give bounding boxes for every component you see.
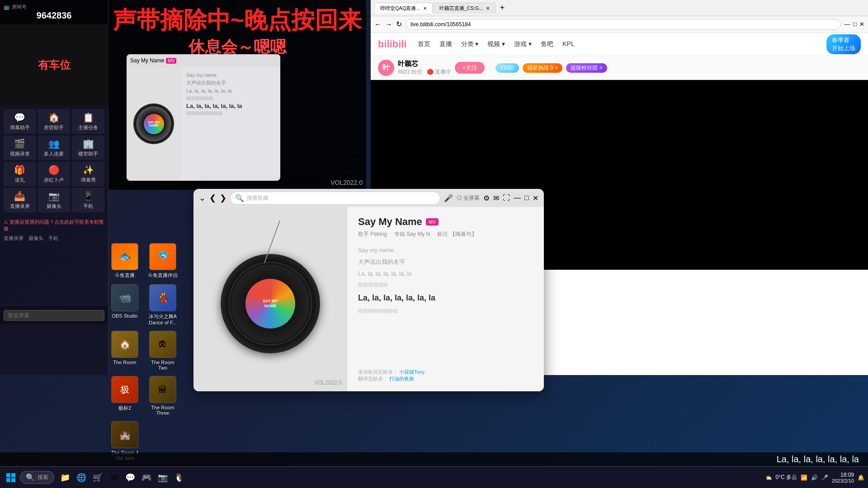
tb-wechat[interactable]: 💬: [123, 470, 137, 485]
music-search-bar[interactable]: 🔍 搜索歌曲: [230, 192, 440, 205]
tb-explorer[interactable]: 📁: [58, 470, 72, 485]
tb-mail[interactable]: ✉: [107, 470, 121, 485]
floor-label: 楼管助手: [78, 150, 98, 157]
translator-label: 翻译贡献者：: [358, 376, 388, 381]
room-number: 9642836: [4, 10, 104, 21]
window-min-btn[interactable]: —: [514, 194, 521, 202]
sidebar-btn-video[interactable]: 🎬 视频录查: [4, 136, 36, 160]
browser-tab-1[interactable]: 哔哔堂QAQ直播... ✕: [374, 3, 433, 14]
taskbar-search-bar[interactable]: 🔍 搜索: [20, 471, 54, 484]
music-tag: 标注 【嗨幕句】: [437, 230, 476, 238]
v-badge[interactable]: V同阶: [495, 63, 519, 73]
address-input[interactable]: [406, 19, 841, 30]
sidebar-btn-gift[interactable]: 🎁 送礼: [4, 162, 36, 186]
start-button[interactable]: [4, 470, 18, 485]
icon-room3[interactable]: 🏛 The Room Three: [146, 376, 179, 416]
clock-area[interactable]: 18:09 2023/2/10: [832, 472, 854, 483]
lyric-line-3-trans: 啦啦啦啦啦啦: [358, 280, 533, 290]
icon-dance[interactable]: 💃 冰与火之舞A Dance of F...: [146, 284, 179, 325]
icon-douyulive[interactable]: 🐟 斗鱼直播: [108, 243, 141, 279]
system-tray: ⛅ 0°C 多云: [765, 474, 797, 481]
sidebar-btn-multi[interactable]: 👥 多人连麦: [38, 136, 71, 160]
room-icon: 📺: [4, 4, 10, 10]
nav-category[interactable]: 分类 ▾: [461, 40, 479, 48]
mic-icon[interactable]: 🎤: [444, 194, 453, 202]
follower-count: 8923: [398, 69, 410, 75]
tb-game[interactable]: 🎮: [139, 470, 154, 485]
tb-qq[interactable]: 🐧: [172, 470, 186, 485]
tb-edge[interactable]: 🌐: [74, 470, 89, 485]
vip-badge[interactable]: 超级粉丝团 >: [566, 63, 607, 73]
contributor-label: 滚动歌词贡献者：: [358, 369, 398, 375]
small-vinyl: SAY MY NAME: [127, 67, 181, 181]
notification-icon[interactable]: 🔔: [858, 474, 864, 481]
translator-name[interactable]: 打油的夜曲: [389, 376, 414, 381]
icon-douyucompanion[interactable]: 🐬 斗鱼直播伴侣: [146, 243, 179, 279]
browser-tab-bar: 哔哔堂QAQ直播... ✕ 叶颖芯直播_CS:G... ✕ +: [371, 0, 868, 16]
taskbar-search-placeholder: 搜索: [38, 474, 48, 481]
new-tab-button[interactable]: +: [496, 1, 509, 14]
room2-thumb: 🏚: [149, 331, 176, 358]
nav-game[interactable]: 游戏 ▾: [514, 40, 532, 48]
mail-icon[interactable]: ✉: [493, 194, 499, 202]
settings-icon[interactable]: ⚙: [483, 194, 490, 202]
sidebar-btn-subscribe[interactable]: 📥 直播录屏: [4, 188, 36, 212]
room3-thumb: 🏛: [149, 376, 176, 403]
challenge-badge[interactable]: 福星挑战 0 >: [523, 63, 562, 73]
sidebar-btn-task[interactable]: 📋 主播任务: [72, 109, 104, 134]
music-dropdown-icon[interactable]: ⌄: [199, 193, 206, 203]
jibiao-thumb: 极: [111, 376, 138, 403]
left-streaming-panel: 📺 房间号 9642836 有车位 💬 弹幕助手 🏠 房管助手 📋 主播任务 🎬…: [0, 0, 108, 375]
window-max-btn[interactable]: □: [524, 194, 529, 202]
tab1-close-icon[interactable]: ✕: [423, 6, 427, 11]
refresh-button[interactable]: ↻: [396, 20, 402, 28]
icon-jibiao[interactable]: 极 极标2: [108, 376, 141, 416]
browser-tab-2[interactable]: 叶颖芯直播_CS:G... ✕: [434, 3, 495, 14]
music-next-btn[interactable]: ❯: [220, 193, 226, 203]
follow-button[interactable]: +关注: [455, 62, 485, 74]
nav-fish[interactable]: 鱼吧: [541, 40, 553, 48]
music-title: Say My Name: [358, 216, 422, 228]
icon-obs[interactable]: 📹 OBS Studio: [108, 284, 141, 325]
music-prev-btn[interactable]: ❮: [209, 193, 216, 203]
svg-rect-0: [6, 473, 10, 477]
music-meta-row: 歌手 Peking 专辑 Say My N 标注 【嗨幕句】: [358, 230, 533, 238]
chat-input[interactable]: [4, 310, 104, 321]
close-btn[interactable]: ✕: [859, 21, 864, 28]
maximize-btn[interactable]: □: [853, 21, 857, 28]
sidebar-btn-roomadmin[interactable]: 🏠 房管助手: [38, 109, 71, 134]
sidebar-btn-phone[interactable]: 📱 手机: [72, 188, 104, 212]
tb-store[interactable]: 🛒: [90, 470, 105, 485]
sidebar-btn-danmu[interactable]: 💬 弹幕助手: [4, 109, 36, 134]
mic-status-icon: 🎤: [821, 474, 828, 481]
desktop-icon-row: 🐟 斗鱼直播 🐬 斗鱼直播伴侣 📹 OBS Studio 💃 冰与火之舞A Da…: [108, 243, 199, 461]
icon-room2[interactable]: 🏚 The Room Two: [146, 331, 179, 371]
volume-icon[interactable]: 🔊: [811, 474, 818, 481]
forward-button[interactable]: →: [385, 20, 392, 28]
nav-home[interactable]: 首页: [418, 40, 430, 48]
sidebar-btn-floor[interactable]: 🏢 楼管助手: [72, 136, 104, 160]
back-button[interactable]: ←: [374, 20, 382, 28]
bilibili-logo: bilibili: [378, 38, 407, 50]
jibiao-label: 极标2: [118, 405, 131, 412]
game-icons-section: 🐟 斗鱼直播 🐬 斗鱼直播伴侣 📹 OBS Studio 💃 冰与火之舞A Da…: [108, 243, 199, 461]
small-lyrics-area: Say my name 大声说出我的名字 La, la, la, la, la,…: [181, 67, 280, 181]
music-album-side: SAY MYNAME VOL2022.0: [193, 207, 347, 391]
window-close-btn[interactable]: ✕: [533, 194, 538, 202]
tab1-label: 哔哔堂QAQ直播...: [380, 5, 420, 12]
roomadmin-label: 房管助手: [44, 124, 64, 131]
tab2-close-icon[interactable]: ✕: [486, 6, 490, 11]
nav-live[interactable]: 直播: [439, 40, 452, 48]
vinyl-record: SAY MYNAME: [221, 254, 320, 353]
expand-icon[interactable]: ⛶: [503, 194, 510, 202]
nav-video[interactable]: 视频 ▾: [487, 40, 505, 48]
nav-kpl[interactable]: KPL: [562, 40, 574, 48]
tb-photo[interactable]: 📷: [156, 470, 170, 485]
sidebar-btn-red[interactable]: 🔴 赤红卜卢: [38, 162, 71, 186]
sidebar-btn-camera[interactable]: 📷 摄像头: [38, 188, 71, 212]
season-button[interactable]: 春季赛开始上场: [826, 34, 861, 54]
minimize-btn[interactable]: —: [844, 21, 850, 28]
contributor-name[interactable]: 小花猫Tony: [399, 369, 425, 375]
icon-room1[interactable]: 🏠 The Room: [108, 331, 141, 371]
sidebar-btn-danmuxiu[interactable]: ✨ 弹幕秀: [72, 162, 104, 186]
